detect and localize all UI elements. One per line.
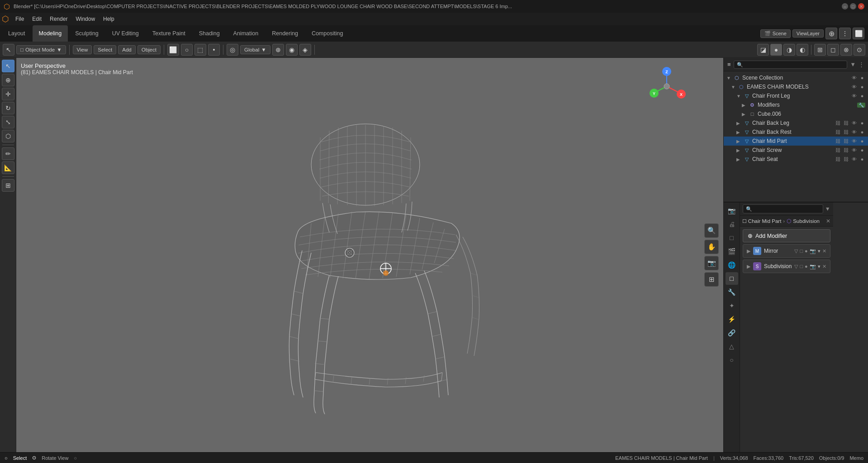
proportional-btn[interactable]: ◉ [286,44,298,56]
maximize-button[interactable]: □ [850,3,856,9]
cursor-tool-btn[interactable]: ⊕ [2,74,14,86]
render-icon[interactable]: ● [859,129,865,135]
viewport-shading-material-btn[interactable]: ◑ [783,44,795,56]
select-circle-btn[interactable]: ○ [181,44,193,56]
link-icon[interactable]: ⛓ [835,129,841,135]
link-icon[interactable]: ⛓ [835,120,841,126]
eye-icon[interactable]: 👁 [851,84,857,90]
link2-icon[interactable]: ⛓ [843,147,849,153]
tab-sculpting[interactable]: Sculpting [69,25,104,42]
tab-rendering[interactable]: Rendering [266,25,304,42]
modifier-subdiv-filter-icon[interactable]: ▽ [794,264,798,269]
props-tab-view-layer[interactable]: □ [726,232,738,244]
menu-edit[interactable]: Edit [28,14,45,24]
option3-btn[interactable]: ◈ [299,44,311,56]
fullscreen-btn[interactable]: ⬜ [853,28,864,39]
eye-icon[interactable]: 👁 [851,138,857,144]
modifier-mirror-filter-icon[interactable]: ▽ [794,248,798,254]
props-tab-world[interactable]: 🌐 [726,259,738,271]
select-lasso-btn[interactable]: ⬚ [194,44,206,56]
add-menu-btn[interactable]: Add [118,45,135,54]
outliner-options-btn[interactable]: ⋮ [859,61,864,68]
modifier-subdiv-close[interactable]: ✕ [822,264,826,269]
outliner-search[interactable] [734,61,848,69]
viewlayer-selector[interactable]: ViewLayer [792,29,824,38]
rotate-tool-btn[interactable]: ↻ [2,102,14,114]
eye-icon[interactable]: 👁 [851,129,857,135]
render-icon[interactable]: ● [859,138,865,144]
outliner-cube006[interactable]: ▶ □ Cube.006 [724,109,868,118]
add-modifier-btn[interactable]: ⊕ Add Modifier [743,229,830,242]
eye-icon[interactable]: 👁 [851,75,857,80]
eye-icon[interactable]: 👁 [851,120,857,126]
workspace-options-btn[interactable]: ⊕ [825,28,837,39]
transform-orient-btn[interactable]: Global ▼ [240,45,270,54]
modifier-mirror-render-icon[interactable]: ● [805,248,808,254]
props-tab-scene[interactable]: 🎬 [726,245,738,258]
props-tab-object[interactable]: □ [726,272,738,285]
modifier-subdiv-expand[interactable]: ▶ [747,264,750,269]
modifier-mirror-close[interactable]: ✕ [822,248,826,254]
modifier-mirror-realtime-icon[interactable]: □ [800,248,803,254]
link2-icon[interactable]: ⛓ [843,120,849,126]
viewport-shading-wire-btn[interactable]: ◪ [757,44,769,56]
transform-tool-btn[interactable]: ⬡ [2,130,14,142]
props-tab-material[interactable]: ○ [726,354,738,366]
pan-btn[interactable]: ✋ [704,240,719,254]
link2-icon[interactable]: ⛓ [843,138,849,144]
grid-view-btn[interactable]: ⊞ [704,272,719,287]
eye-icon[interactable]: 👁 [851,147,857,153]
link-icon[interactable]: ⛓ [835,156,841,162]
props-tab-modifier[interactable]: 🔧 [726,286,738,298]
snap-magnet-btn[interactable]: ⊕ [272,44,284,56]
tab-animation[interactable]: Animation [227,25,265,42]
render-icon[interactable]: ● [859,156,865,162]
outliner-chair-screw[interactable]: ▶ ▽ Chair Screw ⛓ ⛓ 👁 ● [724,146,868,155]
modifier-mirror-camera-icon[interactable]: 📷 [810,248,816,254]
modifier-subdiv-realtime-icon[interactable]: □ [800,264,803,269]
render-icon[interactable]: ● [859,84,865,90]
viewport[interactable]: User Perspective (81) EAMES CHAIR MODELS… [16,58,723,452]
camera-view-btn[interactable]: 📷 [704,256,719,270]
scene-selector[interactable]: 🎬 Scene [760,29,791,38]
mode-icon-btn[interactable]: ↖ [3,44,14,56]
zoom-btn[interactable]: 🔍 [704,223,719,238]
close-button[interactable]: ✕ [858,3,864,9]
outliner-scene-collection[interactable]: ▼ ⬡ Scene Collection 👁 ● [724,73,868,82]
link-icon[interactable]: ⛓ [835,138,841,144]
menu-render[interactable]: Render [46,14,71,24]
render-icon[interactable]: ● [859,120,865,126]
props-tab-data[interactable]: △ [726,340,738,353]
tab-layout[interactable]: Layout [2,25,32,42]
eye-icon[interactable]: 👁 [851,156,857,162]
outliner-filter-btn[interactable]: ▼ [850,61,856,68]
pivot-btn[interactable]: ◎ [227,44,238,56]
measure-btn[interactable]: 📐 [2,161,14,174]
menu-window[interactable]: Window [72,14,99,24]
add-object-btn[interactable]: ⊞ [2,179,14,192]
layout-options-btn[interactable]: ⋮ [839,28,851,39]
props-tab-output[interactable]: 🖨 [726,218,738,231]
window-controls[interactable]: – □ ✕ [842,3,864,9]
props-tab-physics[interactable]: ⚡ [726,313,738,326]
mode-select-btn[interactable]: □ Object Mode ▼ [16,45,66,54]
tab-modeling[interactable]: Modeling [33,25,68,42]
scale-tool-btn[interactable]: ⤡ [2,116,14,128]
props-tab-particles[interactable]: ✦ [726,299,738,312]
outliner-eames-models[interactable]: ▼ ⬡ EAMES CHAIR MODELS 👁 ● [724,82,868,91]
modifier-subdiv-camera-icon[interactable]: 📷 [810,264,816,269]
outliner-chair-front-leg[interactable]: ▼ ▽ Chair Front Leg 👁 ● [724,91,868,100]
outliner-chair-back-rest[interactable]: ▶ ▽ Chair Back Rest ⛓ ⛓ 👁 ● [724,128,868,137]
outliner-chair-mid-part[interactable]: ▶ ▽ Chair Mid Part ⛓ ⛓ 👁 ● [724,137,868,146]
modifier-mirror-header[interactable]: ▶ M Mirror ▽ □ ● 📷 ▾ ✕ [743,245,830,257]
tab-compositing[interactable]: Compositing [305,25,349,42]
props-tab-constraints[interactable]: 🔗 [726,326,738,339]
modifier-subdiv-dropdown[interactable]: ▾ [818,264,821,269]
outliner-chair-back-leg[interactable]: ▶ ▽ Chair Back Leg ⛓ ⛓ 👁 ● [724,118,868,128]
select-box-btn[interactable]: ⬜ [167,44,179,56]
modifier-mirror-dropdown[interactable]: ▾ [818,248,821,254]
object-menu-btn[interactable]: Object [138,45,161,54]
link2-icon[interactable]: ⛓ [843,156,849,162]
xray-btn[interactable]: ◻ [827,44,839,56]
modifier-subdiv-render-icon[interactable]: ● [805,264,808,269]
